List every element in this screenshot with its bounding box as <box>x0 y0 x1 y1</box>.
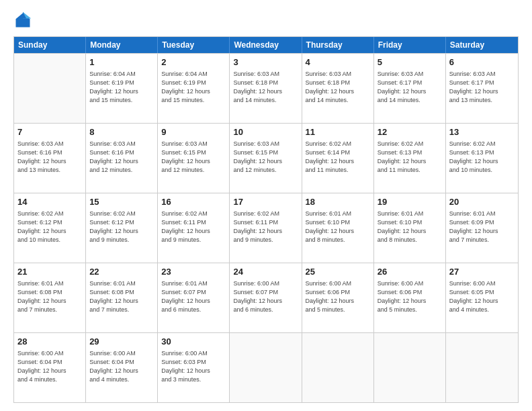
header-day-friday: Friday <box>374 37 446 53</box>
calendar-cell: 1Sunrise: 6:04 AMSunset: 6:19 PMDaylight… <box>86 54 158 123</box>
calendar-cell: 19Sunrise: 6:01 AMSunset: 6:10 PMDayligh… <box>374 193 446 263</box>
calendar-cell: 10Sunrise: 6:03 AMSunset: 6:15 PMDayligh… <box>230 124 302 193</box>
calendar-cell: 20Sunrise: 6:01 AMSunset: 6:09 PMDayligh… <box>446 193 518 263</box>
calendar-cell: 2Sunrise: 6:04 AMSunset: 6:19 PMDaylight… <box>158 54 230 123</box>
calendar-cell: 3Sunrise: 6:03 AMSunset: 6:18 PMDaylight… <box>230 54 302 123</box>
day-number: 9 <box>161 126 226 138</box>
day-number: 6 <box>449 56 515 68</box>
calendar-row-1: 7Sunrise: 6:03 AMSunset: 6:16 PMDaylight… <box>14 123 518 193</box>
calendar-row-2: 14Sunrise: 6:02 AMSunset: 6:12 PMDayligh… <box>14 193 518 263</box>
calendar-row-3: 21Sunrise: 6:01 AMSunset: 6:08 PMDayligh… <box>14 263 518 332</box>
day-number: 16 <box>161 196 226 208</box>
cell-text: Sunrise: 6:00 AMSunset: 6:04 PMDaylight:… <box>17 349 82 384</box>
cell-text: Sunrise: 6:03 AMSunset: 6:16 PMDaylight:… <box>17 140 82 175</box>
calendar-row-4: 28Sunrise: 6:00 AMSunset: 6:04 PMDayligh… <box>14 332 518 402</box>
cell-text: Sunrise: 6:04 AMSunset: 6:19 PMDaylight:… <box>161 70 226 105</box>
day-number: 2 <box>161 56 226 68</box>
cell-text: Sunrise: 6:01 AMSunset: 6:10 PMDaylight:… <box>378 210 442 244</box>
cell-text: Sunrise: 6:03 AMSunset: 6:17 PMDaylight:… <box>378 70 442 105</box>
logo <box>13 11 35 30</box>
calendar-cell: 13Sunrise: 6:02 AMSunset: 6:13 PMDayligh… <box>446 124 518 193</box>
calendar-cell: 23Sunrise: 6:01 AMSunset: 6:07 PMDayligh… <box>158 263 230 332</box>
cell-text: Sunrise: 6:03 AMSunset: 6:17 PMDaylight:… <box>449 70 515 105</box>
cell-text: Sunrise: 6:02 AMSunset: 6:11 PMDaylight:… <box>233 210 298 244</box>
cell-text: Sunrise: 6:02 AMSunset: 6:14 PMDaylight:… <box>306 140 370 175</box>
calendar-header: SundayMondayTuesdayWednesdayThursdayFrid… <box>14 37 518 53</box>
cell-text: Sunrise: 6:02 AMSunset: 6:12 PMDaylight:… <box>89 210 154 244</box>
day-number: 30 <box>161 336 226 348</box>
calendar-cell: 16Sunrise: 6:02 AMSunset: 6:11 PMDayligh… <box>158 193 230 263</box>
header-day-tuesday: Tuesday <box>158 37 230 53</box>
day-number: 18 <box>306 196 370 208</box>
calendar-cell: 26Sunrise: 6:00 AMSunset: 6:06 PMDayligh… <box>374 263 446 332</box>
calendar-cell: 22Sunrise: 6:01 AMSunset: 6:08 PMDayligh… <box>86 263 158 332</box>
calendar-body: 1Sunrise: 6:04 AMSunset: 6:19 PMDaylight… <box>14 53 518 402</box>
cell-text: Sunrise: 6:04 AMSunset: 6:19 PMDaylight:… <box>89 70 154 105</box>
cell-text: Sunrise: 6:00 AMSunset: 6:05 PMDaylight:… <box>449 279 515 314</box>
cell-text: Sunrise: 6:00 AMSunset: 6:03 PMDaylight:… <box>161 349 226 384</box>
header-day-thursday: Thursday <box>302 37 374 53</box>
day-number: 29 <box>89 336 154 348</box>
day-number: 24 <box>233 266 298 278</box>
cell-text: Sunrise: 6:01 AMSunset: 6:09 PMDaylight:… <box>449 210 515 244</box>
calendar-cell: 24Sunrise: 6:00 AMSunset: 6:07 PMDayligh… <box>230 263 302 332</box>
cell-text: Sunrise: 6:00 AMSunset: 6:06 PMDaylight:… <box>306 279 370 314</box>
calendar-cell: 17Sunrise: 6:02 AMSunset: 6:11 PMDayligh… <box>230 193 302 263</box>
calendar-cell: 18Sunrise: 6:01 AMSunset: 6:10 PMDayligh… <box>302 193 374 263</box>
cell-text: Sunrise: 6:01 AMSunset: 6:10 PMDaylight:… <box>306 210 370 244</box>
day-number: 22 <box>89 266 154 278</box>
calendar-cell <box>446 333 518 402</box>
cell-text: Sunrise: 6:02 AMSunset: 6:13 PMDaylight:… <box>449 140 515 175</box>
calendar-cell: 14Sunrise: 6:02 AMSunset: 6:12 PMDayligh… <box>14 193 86 263</box>
calendar-cell: 8Sunrise: 6:03 AMSunset: 6:16 PMDaylight… <box>86 124 158 193</box>
cell-text: Sunrise: 6:03 AMSunset: 6:18 PMDaylight:… <box>233 70 298 105</box>
day-number: 28 <box>17 336 82 348</box>
cell-text: Sunrise: 6:02 AMSunset: 6:12 PMDaylight:… <box>17 210 82 244</box>
logo-icon <box>13 11 32 30</box>
cell-text: Sunrise: 6:02 AMSunset: 6:13 PMDaylight:… <box>378 140 442 175</box>
header-day-sunday: Sunday <box>14 37 86 53</box>
day-number: 26 <box>378 266 442 278</box>
cell-text: Sunrise: 6:03 AMSunset: 6:18 PMDaylight:… <box>306 70 370 105</box>
day-number: 1 <box>89 56 154 68</box>
calendar-row-0: 1Sunrise: 6:04 AMSunset: 6:19 PMDaylight… <box>14 53 518 123</box>
day-number: 19 <box>378 196 442 208</box>
day-number: 10 <box>233 126 298 138</box>
day-number: 8 <box>89 126 154 138</box>
cell-text: Sunrise: 6:03 AMSunset: 6:15 PMDaylight:… <box>233 140 298 175</box>
calendar-cell: 5Sunrise: 6:03 AMSunset: 6:17 PMDaylight… <box>374 54 446 123</box>
cell-text: Sunrise: 6:01 AMSunset: 6:07 PMDaylight:… <box>161 279 226 314</box>
header <box>13 11 519 30</box>
calendar-cell: 6Sunrise: 6:03 AMSunset: 6:17 PMDaylight… <box>446 54 518 123</box>
cell-text: Sunrise: 6:01 AMSunset: 6:08 PMDaylight:… <box>17 279 82 314</box>
header-day-wednesday: Wednesday <box>230 37 302 53</box>
day-number: 4 <box>306 56 370 68</box>
day-number: 7 <box>17 126 82 138</box>
cell-text: Sunrise: 6:03 AMSunset: 6:16 PMDaylight:… <box>89 140 154 175</box>
header-day-monday: Monday <box>86 37 158 53</box>
day-number: 14 <box>17 196 82 208</box>
day-number: 11 <box>306 126 370 138</box>
calendar-cell <box>14 54 86 123</box>
calendar-cell: 4Sunrise: 6:03 AMSunset: 6:18 PMDaylight… <box>302 54 374 123</box>
day-number: 23 <box>161 266 226 278</box>
calendar-cell: 21Sunrise: 6:01 AMSunset: 6:08 PMDayligh… <box>14 263 86 332</box>
page: SundayMondayTuesdayWednesdayThursdayFrid… <box>0 0 532 411</box>
day-number: 27 <box>449 266 515 278</box>
calendar-cell: 11Sunrise: 6:02 AMSunset: 6:14 PMDayligh… <box>302 124 374 193</box>
cell-text: Sunrise: 6:00 AMSunset: 6:06 PMDaylight:… <box>378 279 442 314</box>
calendar-cell: 25Sunrise: 6:00 AMSunset: 6:06 PMDayligh… <box>302 263 374 332</box>
day-number: 25 <box>306 266 370 278</box>
day-number: 12 <box>378 126 442 138</box>
day-number: 15 <box>89 196 154 208</box>
day-number: 3 <box>233 56 298 68</box>
calendar-cell <box>302 333 374 402</box>
calendar-cell <box>374 333 446 402</box>
cell-text: Sunrise: 6:03 AMSunset: 6:15 PMDaylight:… <box>161 140 226 175</box>
calendar-cell: 29Sunrise: 6:00 AMSunset: 6:04 PMDayligh… <box>86 333 158 402</box>
calendar-cell: 7Sunrise: 6:03 AMSunset: 6:16 PMDaylight… <box>14 124 86 193</box>
day-number: 20 <box>449 196 515 208</box>
calendar-cell: 27Sunrise: 6:00 AMSunset: 6:05 PMDayligh… <box>446 263 518 332</box>
day-number: 21 <box>17 266 82 278</box>
calendar-cell: 30Sunrise: 6:00 AMSunset: 6:03 PMDayligh… <box>158 333 230 402</box>
